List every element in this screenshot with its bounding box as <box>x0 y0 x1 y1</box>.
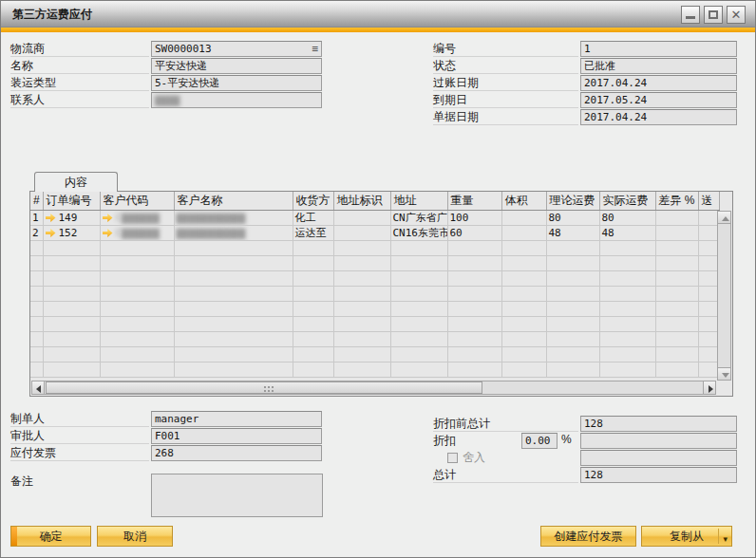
minimize-icon <box>686 16 695 19</box>
discount-label: 折扣 <box>433 433 519 449</box>
created-by-label: 制单人 <box>10 411 149 427</box>
rounding-amount-field[interactable] <box>580 450 737 466</box>
titlebar[interactable]: 第三方运费应付 ✕ <box>1 1 755 28</box>
scroll-down-button[interactable] <box>717 367 731 381</box>
link-arrow-icon[interactable] <box>46 214 56 222</box>
scroll-down-icon <box>722 373 729 378</box>
document-date-label: 单据日期 <box>433 109 578 125</box>
maximize-icon <box>709 10 718 19</box>
empty-row <box>30 240 719 255</box>
ok-button[interactable]: 确定 <box>10 526 91 547</box>
close-icon: ✕ <box>728 8 745 22</box>
create-ap-invoice-button[interactable]: 创建应付发票 <box>540 526 636 547</box>
empty-row <box>30 255 719 270</box>
window-title: 第三方运费应付 <box>12 1 92 28</box>
col-variance-pct[interactable]: 差异 % <box>655 192 698 210</box>
scroll-grip-icon <box>264 386 266 388</box>
dropdown-separator <box>718 529 719 544</box>
percent-sign: % <box>561 433 575 449</box>
vertical-scrollbar[interactable] <box>717 211 731 381</box>
empty-row <box>30 286 719 301</box>
total-label: 总计 <box>433 467 578 483</box>
cancel-button[interactable]: 取消 <box>97 526 173 547</box>
discount-percent-input[interactable]: 0.00 <box>521 433 558 449</box>
vendor-label: 物流商 <box>10 41 149 57</box>
col-consignee[interactable]: 收货方 <box>293 192 333 210</box>
horizontal-scrollbar[interactable] <box>31 381 716 395</box>
scroll-right-button[interactable] <box>703 381 716 395</box>
empty-row <box>30 270 719 286</box>
col-address[interactable]: 地址 <box>390 192 447 210</box>
tab-contents[interactable]: 内容 <box>34 172 118 192</box>
col-order-no[interactable]: 订单编号 <box>43 192 100 210</box>
remarks-label: 备注 <box>10 474 86 490</box>
accent-gold-stripe <box>1 28 755 32</box>
total-field[interactable]: 128 <box>580 467 737 483</box>
status-label: 状态 <box>433 58 578 74</box>
subtotal-field[interactable]: 128 <box>580 416 737 432</box>
empty-row <box>30 301 719 316</box>
discount-amount-field[interactable] <box>580 433 737 449</box>
link-arrow-icon[interactable] <box>103 214 113 222</box>
scroll-left-icon <box>36 385 41 393</box>
empty-row <box>30 316 719 331</box>
third-party-freight-payable-window: 第三方运费应付 ✕ 物流商 SW0000013≡ 名称 平安达快递 装运类型 5… <box>0 0 756 558</box>
document-date-field[interactable]: 2017.04.24 <box>580 109 737 125</box>
col-customer-name[interactable]: 客户名称 <box>174 192 293 210</box>
empty-row <box>30 331 719 346</box>
maximize-button[interactable] <box>704 6 723 24</box>
col-send[interactable]: 送 <box>698 192 719 210</box>
shipping-type-label: 装运类型 <box>10 75 149 91</box>
link-arrow-icon[interactable] <box>46 229 56 237</box>
col-theoretical-freight[interactable]: 理论运费 <box>546 192 599 210</box>
scroll-up-icon <box>722 216 729 221</box>
approver-label: 审批人 <box>10 428 149 444</box>
created-by-field[interactable]: manager <box>151 411 322 427</box>
table-row[interactable]: 1 149 C▇▇▇▇▇▇ ▇▇▇▇▇▇▇▇▇▇▇ 化工 CN广东省广 100 … <box>30 210 719 225</box>
doc-number-field[interactable]: 1 <box>580 41 737 57</box>
ap-invoice-field[interactable]: 268 <box>151 445 322 461</box>
empty-row <box>30 362 719 377</box>
vendor-name-field[interactable]: 平安达快递 <box>151 58 322 74</box>
doc-number-label: 编号 <box>433 41 578 57</box>
rounding-checkbox[interactable] <box>447 453 458 463</box>
scroll-left-button[interactable] <box>31 381 45 395</box>
col-customer-code[interactable]: 客户代码 <box>100 192 174 210</box>
approver-field[interactable]: F001 <box>151 428 322 444</box>
link-arrow-icon[interactable] <box>103 229 113 237</box>
horizontal-scroll-thumb[interactable] <box>46 381 482 394</box>
col-volume[interactable]: 体积 <box>501 192 546 210</box>
due-date-field[interactable]: 2017.05.24 <box>580 92 737 108</box>
posting-date-label: 过账日期 <box>433 75 578 91</box>
col-actual-freight[interactable]: 实际运费 <box>599 192 655 210</box>
table-row[interactable]: 2 152 C▇▇▇▇▇▇ ▇▇▇▇▇▇▇▇▇▇▇ 运达至 CN16东莞市 60… <box>30 225 719 240</box>
minimize-button[interactable] <box>681 6 700 24</box>
col-row-number[interactable]: # <box>30 192 43 210</box>
line-items-grid: # 订单编号 客户代码 客户名称 收货方 地址标识 地址 重量 体积 理论运费 … <box>29 191 733 397</box>
rounding-label: 舍入 <box>463 450 520 466</box>
ap-invoice-label: 应付发票 <box>10 445 149 461</box>
vendor-name-label: 名称 <box>10 58 149 74</box>
shipping-type-field[interactable]: 5-平安达快递 <box>151 75 322 91</box>
dropdown-arrow-icon[interactable]: ▾ <box>723 535 728 544</box>
scroll-right-icon <box>709 385 713 393</box>
due-date-label: 到期日 <box>433 92 578 108</box>
choose-from-list-icon[interactable]: ≡ <box>312 43 318 56</box>
contact-field[interactable]: ▇▇▇▇ <box>151 92 322 108</box>
vendor-field[interactable]: SW0000013≡ <box>151 41 322 57</box>
empty-row <box>30 346 719 362</box>
status-field[interactable]: 已批准 <box>580 58 737 74</box>
close-button[interactable]: ✕ <box>727 6 746 24</box>
subtotal-label: 折扣前总计 <box>433 416 578 432</box>
copy-from-button[interactable]: 复制从 ▾ <box>641 526 732 547</box>
remarks-textarea[interactable] <box>151 474 323 517</box>
grid-header-row: # 订单编号 客户代码 客户名称 收货方 地址标识 地址 重量 体积 理论运费 … <box>30 192 719 210</box>
posting-date-field[interactable]: 2017.04.24 <box>580 75 737 91</box>
scroll-up-button[interactable] <box>717 211 731 224</box>
col-address-id[interactable]: 地址标识 <box>333 192 390 210</box>
col-weight[interactable]: 重量 <box>447 192 501 210</box>
contact-label: 联系人 <box>10 92 149 108</box>
